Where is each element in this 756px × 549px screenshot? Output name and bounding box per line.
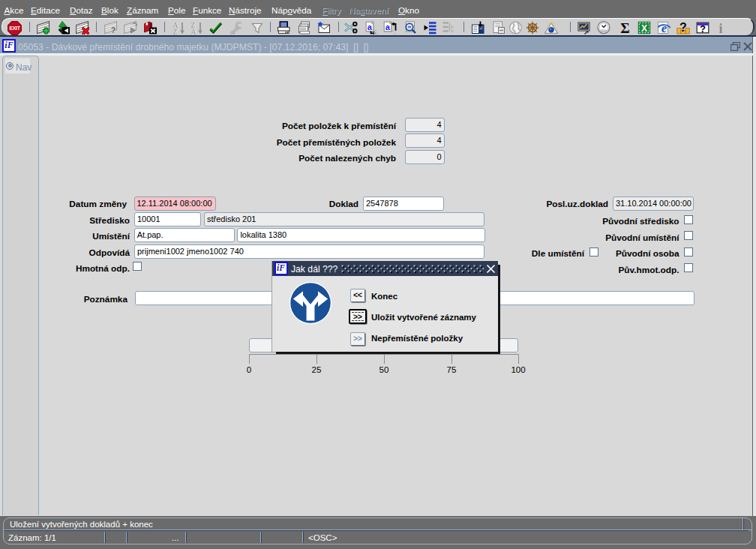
svg-text:e: e	[662, 21, 668, 34]
svg-text:EXIT: EXIT	[10, 26, 21, 31]
svg-text:X: X	[641, 23, 647, 34]
svg-text:Σ: Σ	[620, 21, 629, 34]
svg-text:i: i	[718, 21, 722, 34]
svg-text:a: a	[386, 22, 391, 32]
svg-text:?: ?	[680, 21, 687, 34]
svg-text:a: a	[374, 28, 379, 35]
svg-text:Z: Z	[173, 28, 178, 34]
svg-text:a: a	[392, 28, 397, 35]
svg-text:?: ?	[111, 26, 116, 34]
svg-text:A: A	[191, 28, 196, 34]
svg-text:a: a	[368, 22, 373, 32]
svg-text:?: ?	[700, 23, 706, 34]
